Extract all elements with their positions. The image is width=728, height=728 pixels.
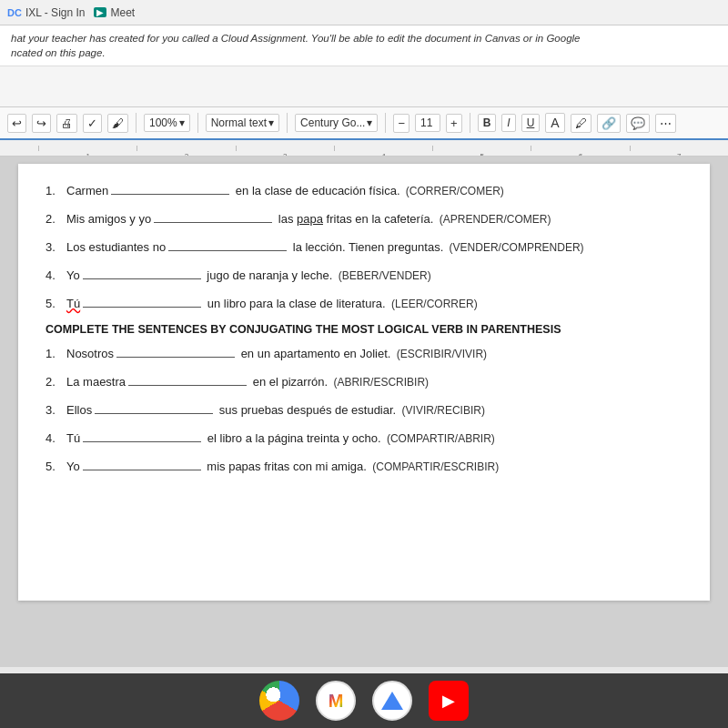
sentence-blank[interactable] [116, 345, 235, 358]
sentence-before: Nosotros [66, 347, 114, 360]
comment-button[interactable]: 💬 [626, 114, 650, 133]
sentence-before: La maestra [66, 375, 126, 389]
chrome-icon[interactable] [259, 681, 299, 721]
sentence-after: sus pruebas después de estudiar. [216, 403, 396, 417]
section2-sentence-3: 3. Ellos sus pruebas después de estudiar… [46, 401, 682, 417]
separator-1 [136, 113, 136, 133]
verb-hint: (VENDER/COMPRENDER) [446, 241, 583, 254]
sentence-after: en la clase de educación física. [232, 184, 399, 197]
browser-bar: DC IXL - Sign In ▶ Meet [0, 0, 728, 25]
sentence-blank[interactable] [95, 401, 213, 414]
doc-area: 1. Carmen en la clase de educación físic… [0, 157, 728, 667]
browser-tab-meet[interactable]: ▶ Meet [94, 6, 135, 19]
section1: 1. Carmen en la clase de educación físic… [46, 182, 682, 310]
sentence-before: Mis amigos y yo [66, 212, 151, 226]
sentence-after: en un apartamento en Joliet. [238, 347, 390, 360]
drive-icon[interactable] [372, 681, 412, 721]
taskbar: M ▶ [0, 673, 728, 728]
paint-button[interactable]: 🖌 [107, 114, 128, 133]
style-select[interactable]: Normal text ▾ [206, 114, 279, 132]
link-button[interactable]: 🔗 [597, 114, 621, 133]
info-banner: hat your teacher has created for you cal… [0, 25, 728, 66]
separator-2 [197, 113, 198, 133]
sentence-num: 2. [46, 212, 64, 226]
sentence-after: las papa fritas en la cafetería. [275, 212, 433, 226]
section2-sentence-2: 2. La maestra en el pizarrón. (ABRIR/ESC… [46, 373, 682, 389]
sentence-blank[interactable] [83, 267, 201, 279]
sentence-after: un libro para la clase de literatura. [204, 297, 385, 310]
section2-sentence-1: 1. Nosotros en un apartamento en Joliet.… [46, 345, 682, 360]
sentence-blank[interactable] [128, 373, 247, 386]
font-size-increase[interactable]: + [446, 114, 462, 133]
sentence-num: 1. [46, 184, 64, 197]
sentence-before: Ellos [66, 403, 92, 417]
section1-sentence-5: 5. Tú un libro para la clase de literatu… [46, 295, 682, 310]
section1-sentence-1: 1. Carmen en la clase de educación físic… [46, 182, 682, 197]
section2-sentence-5: 5. Yo mis papas fritas con mi amiga. (CO… [46, 458, 682, 473]
sentence-before: Yo [66, 268, 80, 282]
sentence-after: mis papas fritas con mi amiga. [204, 460, 367, 473]
font-color-button[interactable]: A [545, 113, 564, 133]
font-select[interactable]: Century Go... ▾ [295, 114, 378, 132]
sentence-before: Carmen [66, 184, 108, 197]
ruler: 1 2 3 4 5 6 7 [0, 140, 728, 157]
section2: 1. Nosotros en un apartamento en Joliet.… [46, 345, 682, 473]
section1-sentence-3: 3. Los estudiantes no la lección. Tienen… [46, 238, 682, 254]
redo-button[interactable]: ↪ [32, 114, 51, 133]
sentence-before: Yo [66, 460, 80, 473]
section2-sentence-4: 4. Tú el libro a la página treinta y och… [46, 430, 682, 445]
underline-button[interactable]: U [521, 114, 541, 132]
zoom-select[interactable]: 100% ▾ [144, 114, 190, 132]
highlight-button[interactable]: 🖊 [571, 114, 592, 133]
verb-hint: (APRENDER/COMER) [436, 213, 551, 226]
verb-hint: (ESCRIBIR/VIVIR) [393, 348, 487, 360]
sentence-blank[interactable] [154, 210, 272, 223]
sentence-num: 3. [46, 240, 64, 254]
separator-5 [470, 113, 470, 133]
youtube-icon[interactable]: ▶ [429, 681, 469, 721]
sentence-num: 2. [46, 375, 64, 389]
verb-hint: (ABRIR/ESCRIBIR) [330, 376, 429, 389]
bold-button[interactable]: B [478, 114, 497, 132]
sentence-blank[interactable] [83, 458, 201, 470]
verb-hint: (BEBER/VENDER) [335, 269, 430, 282]
verb-hint: (CORRER/COMER) [403, 185, 504, 197]
sentence-num: 5. [46, 297, 64, 310]
sentence-blank[interactable] [111, 182, 229, 195]
section2-header: COMPLETE THE SENTENCES BY CONJUGATING TH… [46, 323, 682, 336]
sentence-after: el libro a la página treinta y ocho. [204, 431, 380, 445]
sentence-before: Tú [66, 297, 80, 310]
italic-button[interactable]: I [501, 114, 515, 132]
verb-hint: (LEER/CORRER) [389, 298, 478, 310]
section1-sentence-2: 2. Mis amigos y yo las papa fritas en la… [46, 210, 682, 226]
sentence-num: 4. [46, 431, 64, 445]
section1-sentence-4: 4. Yo jugo de naranja y leche. (BEBER/VE… [46, 267, 682, 282]
font-size-display: 11 [415, 114, 440, 132]
spellcheck-button[interactable]: ✓ [83, 114, 102, 133]
sentence-after: la lección. Tienen preguntas. [289, 240, 443, 254]
toolbar-spacer [0, 66, 728, 107]
print-button[interactable]: 🖨 [56, 114, 77, 133]
sentence-blank[interactable] [83, 295, 201, 308]
sentence-num: 5. [46, 460, 64, 473]
verb-hint: (VIVIR/RECIBIR) [399, 404, 485, 417]
sentence-after: jugo de naranja y leche. [204, 268, 333, 282]
sentence-after: en el pizarrón. [249, 375, 328, 389]
verb-hint: (COMPARTIR/ESCRIBIR) [369, 460, 499, 473]
separator-4 [385, 113, 386, 133]
undo-button[interactable]: ↩ [7, 114, 26, 133]
doc-page: 1. Carmen en la clase de educación físic… [18, 164, 710, 601]
gmail-icon[interactable]: M [316, 681, 356, 721]
sentence-blank[interactable] [83, 430, 201, 442]
font-size-decrease[interactable]: − [393, 114, 410, 133]
sentence-num: 4. [46, 268, 64, 282]
separator-3 [287, 113, 288, 133]
doc-toolbar: ↩ ↪ 🖨 ✓ 🖌 100% ▾ Normal text ▾ Century G… [0, 107, 728, 140]
more-button[interactable]: ⋯ [655, 114, 676, 133]
browser-tab-ixl[interactable]: DC IXL - Sign In [7, 6, 85, 19]
sentence-before: Los estudiantes no [66, 240, 166, 254]
sentence-blank[interactable] [168, 238, 287, 251]
sentence-num: 3. [46, 403, 64, 417]
verb-hint: (COMPARTIR/ABRIR) [384, 432, 495, 445]
sentence-before: Tú [66, 431, 80, 445]
